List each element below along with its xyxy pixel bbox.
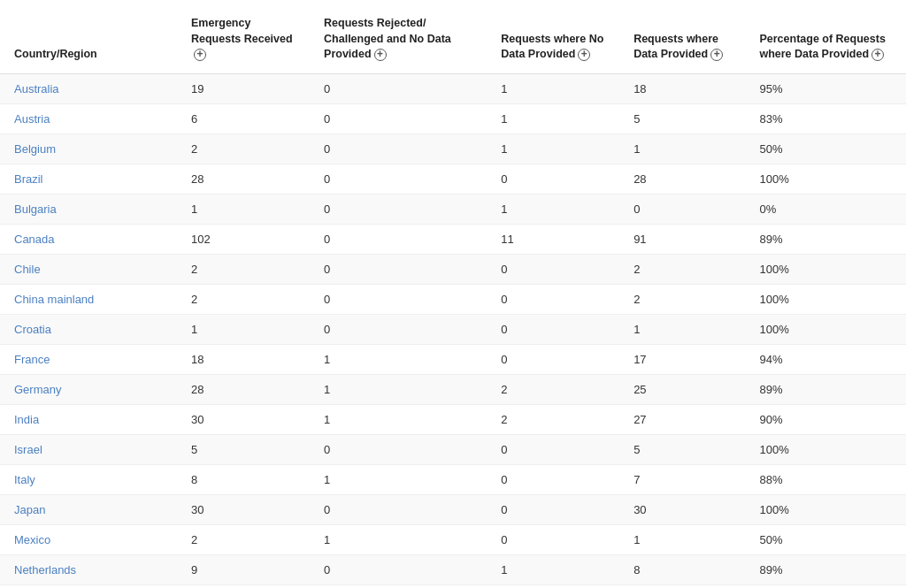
country-link[interactable]: Austria [14,112,50,126]
cell-percentage: 100% [745,434,906,464]
country-link[interactable]: Croatia [14,323,51,336]
cell-rejected: 1 [310,404,487,434]
column-info-icon-percentage[interactable]: + [871,49,884,61]
table-row: India30122790% [0,404,906,434]
column-header-label-country: Country/Region [14,48,97,60]
cell-no_data: 1 [487,134,619,164]
country-link[interactable]: India [14,413,39,426]
cell-country[interactable]: Canada [0,224,177,254]
cell-rejected: 1 [310,464,487,494]
cell-rejected: 0 [310,494,487,524]
table-row: Japan300030100% [0,494,906,524]
cell-data_provided: 28 [619,164,745,194]
table-row: Brazil280028100% [0,164,906,194]
cell-percentage: 50% [745,524,906,554]
country-link[interactable]: Chile [14,263,41,276]
country-link[interactable]: Netherlands [14,563,76,577]
data-table: Country/RegionEmergency Requests Receive… [0,9,906,585]
cell-rejected: 0 [310,554,487,584]
cell-emergency_requests: 2 [177,134,310,164]
column-header-country: Country/Region [0,9,177,73]
cell-emergency_requests: 102 [177,224,310,254]
cell-percentage: 89% [745,554,906,584]
cell-emergency_requests: 28 [177,164,310,194]
cell-percentage: 100% [745,284,906,314]
cell-no_data: 1 [487,554,619,584]
column-header-label-percentage: Percentage of Requests where Data Provid… [759,33,885,61]
cell-rejected: 0 [310,224,487,254]
country-link[interactable]: Italy [14,473,35,486]
table-row: Chile2002100% [0,254,906,284]
cell-emergency_requests: 5 [177,434,310,464]
cell-emergency_requests: 1 [177,314,310,344]
table-row: China mainland2002100% [0,284,906,314]
column-info-icon-data_provided[interactable]: + [710,49,723,61]
cell-data_provided: 2 [619,254,745,284]
cell-country[interactable]: Japan [0,494,177,524]
country-link[interactable]: Australia [14,82,59,95]
cell-no_data: 1 [487,103,619,134]
country-link[interactable]: Mexico [14,533,50,546]
cell-data_provided: 1 [619,134,745,164]
cell-emergency_requests: 1 [177,194,310,224]
cell-country[interactable]: China mainland [0,284,177,314]
cell-country[interactable]: Austria [0,103,177,134]
cell-percentage: 94% [745,344,906,374]
table-row: Germany28122589% [0,374,906,404]
cell-country[interactable]: Mexico [0,524,177,554]
cell-data_provided: 1 [619,314,745,344]
cell-country[interactable]: India [0,404,177,434]
cell-no_data: 0 [487,434,619,464]
country-link[interactable]: Canada [14,233,55,246]
country-link[interactable]: Brazil [14,172,43,186]
cell-country[interactable]: Israel [0,434,177,464]
country-link[interactable]: Japan [14,503,45,516]
table-row: Australia19011895% [0,73,906,103]
cell-rejected: 0 [310,284,487,314]
cell-rejected: 0 [310,434,487,464]
main-table-container: Country/RegionEmergency Requests Receive… [0,0,906,588]
cell-data_provided: 7 [619,464,745,494]
cell-emergency_requests: 30 [177,494,310,524]
country-link[interactable]: Belgium [14,142,56,156]
country-link[interactable]: France [14,353,50,366]
cell-country[interactable]: France [0,344,177,374]
country-link[interactable]: Germany [14,383,61,396]
cell-rejected: 0 [310,164,487,194]
cell-country[interactable]: Croatia [0,314,177,344]
column-info-icon-no_data[interactable]: + [578,49,590,61]
country-link[interactable]: Bulgaria [14,202,57,216]
cell-emergency_requests: 6 [177,103,310,134]
cell-country[interactable]: Bulgaria [0,194,177,224]
cell-country[interactable]: Belgium [0,134,177,164]
cell-rejected: 1 [310,374,487,404]
column-header-label-rejected: Requests Rejected/ Challenged and No Dat… [324,17,451,60]
cell-emergency_requests: 18 [177,344,310,374]
cell-country[interactable]: Germany [0,374,177,404]
cell-emergency_requests: 2 [177,524,310,554]
cell-no_data: 0 [487,524,619,554]
cell-country[interactable]: Australia [0,73,177,103]
cell-no_data: 0 [487,494,619,524]
cell-percentage: 89% [745,224,906,254]
country-link[interactable]: China mainland [14,293,94,306]
table-row: Mexico210150% [0,524,906,554]
cell-rejected: 0 [310,194,487,224]
cell-percentage: 88% [745,464,906,494]
cell-country[interactable]: Netherlands [0,554,177,584]
cell-no_data: 0 [487,164,619,194]
cell-emergency_requests: 9 [177,554,310,584]
table-row: Bulgaria10100% [0,194,906,224]
cell-data_provided: 27 [619,404,745,434]
cell-no_data: 2 [487,404,619,434]
cell-country[interactable]: Italy [0,464,177,494]
table-row: Italy810788% [0,464,906,494]
cell-no_data: 0 [487,464,619,494]
cell-data_provided: 0 [619,194,745,224]
column-info-icon-rejected[interactable]: + [374,49,387,61]
cell-country[interactable]: Chile [0,254,177,284]
column-info-icon-emergency_requests[interactable]: + [194,49,206,61]
cell-country[interactable]: Brazil [0,164,177,194]
country-link[interactable]: Israel [14,443,42,456]
cell-emergency_requests: 2 [177,284,310,314]
